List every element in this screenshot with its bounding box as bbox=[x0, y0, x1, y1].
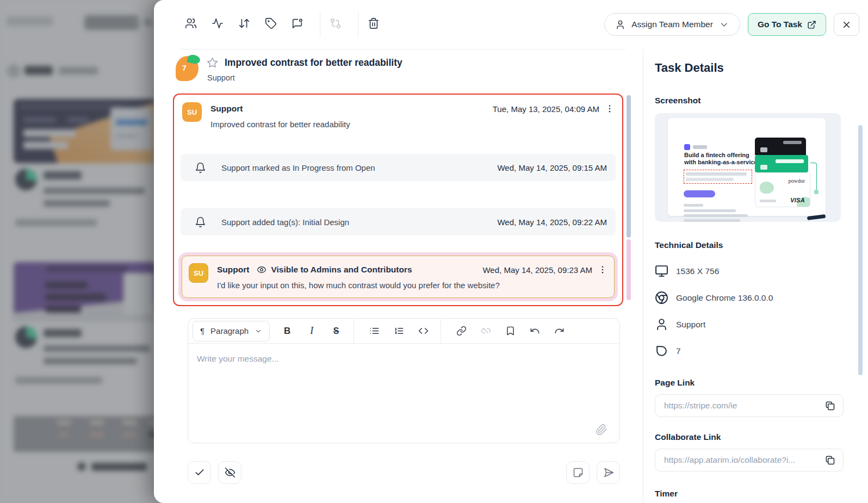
message-placeholder: Write your message... bbox=[197, 354, 611, 364]
thumb-connector-line bbox=[810, 163, 817, 191]
thumb-connector-dot bbox=[814, 190, 819, 194]
modal-header: Assign Team Member Go To Task bbox=[154, 0, 868, 49]
assign-team-member-label: Assign Team Member bbox=[631, 20, 713, 29]
browser-value: Google Chrome 136.0.0.0 bbox=[676, 293, 773, 303]
link-button[interactable] bbox=[454, 323, 468, 339]
status-comment-button[interactable] bbox=[291, 18, 304, 31]
task-pin-badge: 7 bbox=[176, 56, 199, 81]
comment-menu-button[interactable] bbox=[604, 102, 616, 115]
bell-icon bbox=[195, 216, 206, 228]
visibility-eye-icon bbox=[257, 265, 266, 275]
avatar: SU bbox=[189, 263, 208, 283]
task-title: Improved contrast for better readability bbox=[225, 57, 402, 69]
thread-scrollbar[interactable] bbox=[627, 95, 631, 300]
message-editor: ¶ Paragraph B I S Write your messa bbox=[188, 318, 620, 443]
screenshot-thumbnail[interactable]: Build a fintech offering with banking-as… bbox=[655, 113, 841, 222]
close-modal-button[interactable] bbox=[834, 13, 859, 36]
tags-button[interactable] bbox=[264, 18, 277, 31]
sidebar-scrollbar[interactable] bbox=[858, 125, 863, 375]
page-link-value: https://stripe.com/ie bbox=[664, 401, 824, 411]
visibility-toggle-button[interactable] bbox=[218, 461, 241, 484]
page-link-input[interactable]: https://stripe.com/ie bbox=[655, 394, 844, 417]
copy-collaborate-link-button[interactable] bbox=[824, 455, 835, 465]
activity-icon bbox=[212, 17, 224, 32]
user-icon bbox=[615, 20, 625, 30]
chrome-icon bbox=[655, 291, 668, 305]
thumb-cta-button bbox=[684, 190, 715, 197]
user-icon bbox=[655, 318, 668, 331]
pilcrow-icon: ¶ bbox=[200, 326, 204, 336]
attachment-button[interactable] bbox=[596, 424, 607, 436]
screenshot-page: Build a fintech offering with banking-as… bbox=[668, 118, 826, 216]
comment-body: Improved contrast for better readability bbox=[210, 120, 616, 129]
resolution-value: 1536 X 756 bbox=[676, 266, 719, 276]
scrollbar-thumb[interactable] bbox=[627, 95, 631, 238]
external-link-icon bbox=[807, 20, 816, 29]
undo-icon bbox=[530, 326, 540, 336]
undo-button[interactable] bbox=[528, 323, 542, 339]
task-toolbar bbox=[184, 12, 394, 37]
message-input[interactable]: Write your message... bbox=[188, 344, 619, 443]
redo-button[interactable] bbox=[552, 323, 566, 339]
reporter-row: Support bbox=[655, 311, 868, 338]
tag-icon bbox=[265, 17, 277, 32]
close-icon bbox=[841, 20, 852, 30]
mark-complete-button[interactable] bbox=[188, 461, 211, 484]
chevron-down-icon bbox=[719, 20, 729, 30]
chevron-down-icon bbox=[255, 327, 262, 335]
copy-icon bbox=[824, 400, 835, 411]
redo-icon bbox=[554, 326, 565, 336]
delete-task-button[interactable] bbox=[367, 18, 380, 31]
thumb-heading: Build a fintech offering with banking-as… bbox=[684, 152, 758, 166]
unlink-button[interactable] bbox=[479, 323, 493, 339]
strikethrough-button[interactable]: S bbox=[329, 323, 343, 339]
screen: Assign Team Member Go To Task 7 bbox=[0, 0, 868, 503]
task-details-sidebar: Task Details Screenshot Build a fintech … bbox=[643, 49, 868, 503]
comment-body: I'd like your input on this, how much co… bbox=[217, 281, 609, 290]
check-icon bbox=[194, 467, 205, 478]
sticky-note-icon bbox=[573, 467, 584, 478]
sidebar-title: Task Details bbox=[655, 61, 868, 75]
internal-note-button[interactable] bbox=[566, 461, 590, 484]
notice-text: Support marked as In Progress from Open bbox=[221, 163, 375, 172]
bold-button[interactable]: B bbox=[280, 323, 294, 339]
notice-timestamp: Wed, May 14, 2025, 09:22 AM bbox=[497, 218, 607, 227]
task-header: 7 Improved contrast for better readabili… bbox=[176, 56, 402, 82]
technical-details-label: Technical Details bbox=[655, 240, 868, 250]
comment-item: SU Support Tue, May 13, 2025, 04:09 AM I… bbox=[174, 95, 622, 129]
scrollbar-highlight-marker bbox=[627, 239, 631, 300]
assign-team-member-dropdown[interactable]: Assign Team Member bbox=[604, 13, 740, 36]
merge-tasks-button[interactable] bbox=[329, 18, 342, 31]
toolbar-separator bbox=[358, 12, 358, 37]
editor-actions bbox=[188, 461, 620, 484]
ordered-list-button[interactable] bbox=[392, 323, 406, 339]
italic-button[interactable]: I bbox=[305, 323, 319, 339]
collaborate-link-input[interactable]: https://app.atarim.io/collaborate?i... bbox=[655, 449, 844, 471]
task-number-value: 7 bbox=[676, 346, 681, 356]
comment-menu-button[interactable] bbox=[597, 263, 609, 276]
block-format-select[interactable]: ¶ Paragraph bbox=[193, 321, 270, 341]
go-to-task-button[interactable]: Go To Task bbox=[748, 13, 826, 36]
code-button[interactable] bbox=[416, 323, 430, 339]
priority-sort-button[interactable] bbox=[238, 18, 251, 31]
timer-label: Timer bbox=[655, 489, 868, 499]
header-actions: Assign Team Member Go To Task bbox=[604, 13, 859, 36]
bookmark-button[interactable] bbox=[503, 323, 517, 339]
send-button[interactable] bbox=[597, 461, 620, 484]
copy-page-link-button[interactable] bbox=[824, 400, 835, 411]
arrow-down-up-icon bbox=[238, 17, 250, 32]
bullet-list-button[interactable] bbox=[367, 323, 381, 339]
users-icon bbox=[185, 17, 197, 32]
thumb-badge-text bbox=[693, 145, 707, 149]
header-divider bbox=[179, 49, 625, 49]
screenshot-label: Screenshot bbox=[655, 96, 868, 105]
editor-toolbar: ¶ Paragraph B I S bbox=[188, 319, 619, 344]
task-number-row: 7 bbox=[655, 338, 868, 364]
activity-button[interactable] bbox=[211, 18, 224, 31]
star-icon[interactable] bbox=[207, 57, 218, 69]
eye-off-icon bbox=[225, 467, 235, 478]
thumb-card-green bbox=[755, 155, 808, 172]
page-link-label: Page Link bbox=[655, 378, 868, 388]
task-detail-modal: Assign Team Member Go To Task 7 bbox=[154, 0, 868, 503]
assign-users-button[interactable] bbox=[184, 18, 197, 31]
